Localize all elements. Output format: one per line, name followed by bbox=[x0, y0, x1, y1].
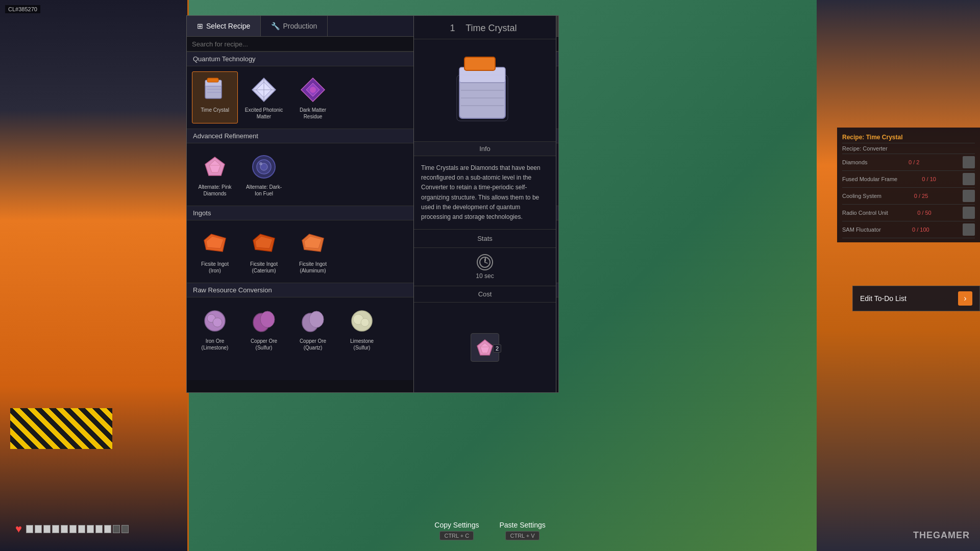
category-quantum-technology-label: Quantum Technology bbox=[193, 55, 256, 63]
dark-matter-icon bbox=[298, 75, 328, 105]
svg-point-12 bbox=[310, 87, 316, 93]
material-cooling-label: Cooling System bbox=[842, 193, 881, 199]
recipe-iron-ore-limestone[interactable]: Iron Ore (Limestone) bbox=[192, 303, 238, 355]
detail-crystal-image bbox=[447, 52, 523, 129]
excited-photonic-svg bbox=[250, 76, 278, 104]
detail-stats-header: Stats bbox=[414, 230, 556, 248]
pink-diamonds-icon bbox=[200, 152, 230, 182]
edit-todo-label: Edit To-Do List bbox=[860, 294, 906, 303]
time-crystal-icon bbox=[200, 75, 230, 105]
detail-description: Time Crystals are Diamonds that have bee… bbox=[414, 156, 556, 230]
paste-settings-label: Paste Settings bbox=[499, 521, 545, 529]
iron-ore-limestone-label: Iron Ore (Limestone) bbox=[194, 338, 235, 351]
iron-ore-limestone-icon bbox=[200, 306, 230, 336]
right-side-panel: Recipe: Time Crystal Recipe: Converter D… bbox=[837, 128, 980, 242]
material-radio-label: Radio Control Unit bbox=[842, 210, 888, 216]
copper-sulfur-label: Copper Ore (Sulfur) bbox=[243, 338, 284, 351]
detail-panel: 1 Time Crystal Info Time Crystals are Di… bbox=[413, 15, 556, 393]
svg-point-19 bbox=[259, 162, 262, 165]
ficsite-al-svg bbox=[299, 230, 327, 258]
recipe-time-crystal[interactable]: Time Crystal bbox=[192, 71, 238, 123]
pink-diamonds-svg bbox=[201, 153, 229, 181]
recipe-ficsite-caterium[interactable]: Ficsite Ingot (Caterium) bbox=[241, 226, 287, 278]
recipe-copper-ore-quartz[interactable]: Copper Ore (Quartz) bbox=[290, 303, 336, 355]
detail-info-button[interactable]: Info bbox=[414, 141, 556, 156]
svg-point-35 bbox=[361, 318, 369, 327]
ficsite-aluminum-icon bbox=[298, 229, 328, 259]
copper-sulfur-svg bbox=[250, 307, 278, 335]
cost-diamonds-svg bbox=[475, 338, 495, 357]
material-sam-row: SAM Fluctuator 0 / 100 bbox=[842, 221, 975, 238]
stat-clock-icon bbox=[477, 254, 493, 270]
edit-todo-arrow-button[interactable]: › bbox=[958, 291, 972, 306]
category-ingots-label: Ingots bbox=[193, 209, 211, 217]
copy-settings-label: Copy Settings bbox=[434, 521, 479, 529]
recipe-limestone-sulfur[interactable]: Limestone (Sulfur) bbox=[339, 303, 385, 355]
detail-count: 1 bbox=[450, 23, 455, 33]
recipe-ficsite-iron[interactable]: Ficsite Ingot (Iron) bbox=[192, 226, 238, 278]
material-fused-label: Fused Modular Frame bbox=[842, 176, 897, 182]
pink-diamonds-label: Alternate: Pink Diamonds bbox=[194, 184, 235, 197]
material-cooling-row: Cooling System 0 / 25 bbox=[842, 188, 975, 205]
dark-matter-svg bbox=[299, 76, 327, 104]
bottom-bar: Copy Settings CTRL + C Paste Settings CT… bbox=[0, 510, 980, 551]
ficsite-caterium-icon bbox=[249, 229, 279, 259]
detail-stats-area: 10 sec bbox=[414, 248, 556, 286]
recipe-dark-matter[interactable]: Dark Matter Residue bbox=[290, 71, 336, 123]
dark-ion-icon bbox=[249, 152, 279, 182]
svg-point-32 bbox=[309, 311, 324, 328]
dark-ion-label: Alternate: Dark-Ion Fuel bbox=[243, 184, 284, 197]
paste-settings-action[interactable]: Paste Settings CTRL + V bbox=[499, 521, 545, 540]
cl-badge: CL#385270 bbox=[5, 5, 40, 13]
recipe-label-row: Recipe: Time Crystal bbox=[842, 132, 975, 143]
excited-photonic-icon bbox=[249, 75, 279, 105]
material-fused-icon bbox=[963, 173, 975, 185]
ficsite-iron-label: Ficsite Ingot (Iron) bbox=[194, 261, 235, 274]
stat-time-label: 10 sec bbox=[476, 272, 494, 280]
copper-ore-sulfur-icon bbox=[249, 306, 279, 336]
material-diamonds-label: Diamonds bbox=[842, 159, 868, 165]
cost-item-diamonds: 2 bbox=[471, 333, 499, 362]
material-fused-count: 0 / 10 bbox=[922, 176, 936, 182]
machinery-right bbox=[817, 0, 980, 551]
category-raw-resource-label: Raw Resource Conversion bbox=[193, 286, 272, 294]
time-crystal-svg bbox=[201, 76, 229, 104]
dark-matter-label: Dark Matter Residue bbox=[292, 107, 333, 120]
detail-image-area bbox=[414, 39, 556, 141]
tab-production-icon: 🔧 bbox=[271, 22, 280, 30]
recipe-ficsite-aluminum[interactable]: Ficsite Ingot (Aluminum) bbox=[290, 226, 336, 278]
tab-select-recipe-label: Select Recipe bbox=[206, 22, 250, 30]
material-radio-count: 0 / 50 bbox=[917, 210, 932, 216]
material-radio-row: Radio Control Unit 0 / 50 bbox=[842, 205, 975, 221]
material-sam-icon bbox=[963, 223, 975, 236]
ficsite-aluminum-label: Ficsite Ingot (Aluminum) bbox=[292, 261, 333, 274]
ficsite-iron-icon bbox=[200, 229, 230, 259]
copy-settings-action[interactable]: Copy Settings CTRL + C bbox=[434, 521, 479, 540]
clock-svg bbox=[479, 256, 491, 268]
ficsite-caterium-label: Ficsite Ingot (Caterium) bbox=[243, 261, 284, 274]
machinery-left bbox=[0, 0, 189, 551]
copper-quartz-svg bbox=[299, 307, 327, 335]
tab-select-recipe[interactable]: ⊞ Select Recipe bbox=[187, 16, 261, 36]
warning-stripe bbox=[10, 408, 112, 449]
limestone-sulfur-icon bbox=[347, 306, 377, 336]
limestone-svg bbox=[348, 307, 376, 335]
material-cooling-icon bbox=[963, 190, 975, 202]
tab-production[interactable]: 🔧 Production bbox=[261, 16, 328, 36]
svg-point-28 bbox=[213, 318, 222, 327]
recipe-label: Recipe: Time Crystal bbox=[842, 134, 903, 141]
detail-cost-area: 2 bbox=[414, 303, 556, 392]
recipe-excited-photonic[interactable]: Excited Photonic Matter bbox=[241, 71, 287, 123]
recipe-dark-ion-fuel[interactable]: Alternate: Dark-Ion Fuel bbox=[241, 148, 287, 201]
copper-quartz-label: Copper Ore (Quartz) bbox=[292, 338, 333, 351]
recipe-copper-ore-sulfur[interactable]: Copper Ore (Sulfur) bbox=[241, 303, 287, 355]
material-fused-row: Fused Modular Frame 0 / 10 bbox=[842, 171, 975, 188]
recipe-producer-row: Recipe: Converter bbox=[842, 143, 975, 154]
detail-title: 1 Time Crystal bbox=[414, 16, 556, 39]
material-diamonds-count: 0 / 2 bbox=[909, 159, 919, 165]
excited-photonic-label: Excited Photonic Matter bbox=[243, 107, 284, 120]
recipe-pink-diamonds[interactable]: Alternate: Pink Diamonds bbox=[192, 148, 238, 201]
copy-settings-key: CTRL + C bbox=[439, 531, 474, 540]
edit-todo-bar[interactable]: Edit To-Do List › bbox=[852, 286, 980, 311]
cost-diamonds-count: 2 bbox=[493, 344, 501, 353]
